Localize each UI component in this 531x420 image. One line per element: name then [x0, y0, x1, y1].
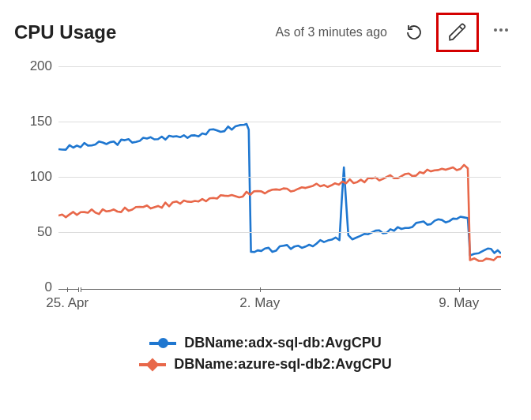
axis-break	[78, 287, 81, 292]
legend-marker-circle	[149, 338, 176, 349]
grid-line	[58, 122, 501, 122]
x-axis	[58, 289, 501, 290]
ellipsis-icon	[491, 21, 510, 39]
y-tick-label: 0	[14, 279, 52, 295]
chart-title: CPU Usage	[14, 21, 269, 43]
grid-line	[58, 66, 501, 67]
legend-marker-diamond	[139, 359, 166, 370]
edit-button[interactable]	[436, 13, 479, 52]
pencil-icon	[447, 22, 468, 43]
legend-label-1: DBName:adx-sql-db:AvgCPU	[184, 335, 381, 351]
y-tick-label: 50	[14, 224, 52, 240]
x-tick	[459, 287, 460, 292]
legend-label-2: DBName:azure-sql-db2:AvgCPU	[174, 356, 391, 373]
status-text: As of 3 minutes ago	[276, 25, 387, 39]
y-tick-label: 100	[14, 169, 52, 185]
plot-region[interactable]	[58, 66, 501, 287]
svg-point-2	[505, 28, 508, 32]
grid-line	[58, 177, 501, 178]
svg-point-1	[499, 28, 503, 32]
refresh-icon	[405, 23, 424, 42]
y-tick-label: 200	[14, 58, 52, 74]
chart-area: 050100150200 25. Apr2. May9. May	[14, 60, 512, 321]
legend: DBName:adx-sql-db:AvgCPU DBName:azure-sq…	[0, 335, 531, 373]
legend-item-1[interactable]: DBName:adx-sql-db:AvgCPU	[149, 335, 381, 351]
x-tick	[67, 287, 68, 292]
legend-item-2[interactable]: DBName:azure-sql-db2:AvgCPU	[139, 356, 391, 373]
svg-point-0	[494, 28, 497, 32]
x-tick-label: 2. May	[239, 295, 280, 311]
more-button[interactable]	[485, 21, 517, 44]
y-tick-label: 150	[14, 114, 52, 129]
refresh-button[interactable]	[398, 17, 430, 48]
x-tick-label: 9. May	[439, 295, 479, 311]
grid-line	[58, 232, 501, 233]
chart-header: CPU Usage As of 3 minutes ago	[0, 0, 531, 60]
x-tick	[260, 287, 261, 292]
x-tick-label: 25. Apr	[46, 295, 88, 311]
